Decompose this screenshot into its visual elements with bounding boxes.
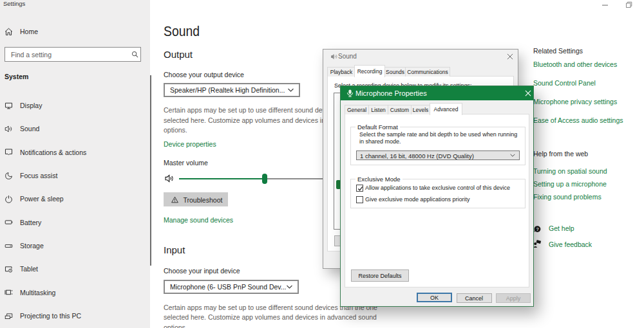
svg-text:?: ? bbox=[536, 226, 539, 232]
